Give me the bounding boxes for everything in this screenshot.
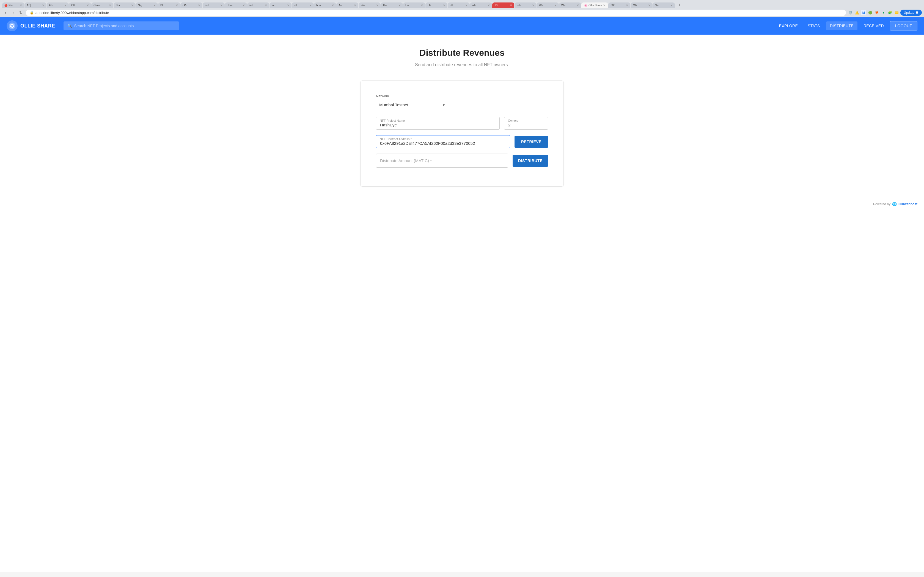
tab-close-icon[interactable]: ✕: [87, 4, 89, 7]
tab-blu[interactable]: Blu... ✕: [158, 2, 180, 8]
tab-eth[interactable]: Eth ✕: [47, 2, 69, 8]
tab-close-icon[interactable]: ✕: [65, 4, 66, 7]
svg-point-6: [13, 24, 14, 26]
ext-card-icon[interactable]: 💳: [894, 10, 899, 15]
tab-how[interactable]: how... ✕: [314, 2, 336, 8]
tab-000[interactable]: 000... ✕: [608, 2, 630, 8]
tab-ind2[interactable]: ind... ✕: [247, 2, 269, 8]
nft-project-name-input[interactable]: [376, 117, 500, 130]
tab-olli1[interactable]: Olli... ✕: [69, 2, 91, 8]
tab-close-icon[interactable]: ✕: [603, 4, 605, 7]
tab-ho[interactable]: Ho... ✕: [381, 2, 403, 8]
tab-close-icon[interactable]: ✕: [131, 4, 133, 7]
svg-point-2: [10, 26, 11, 27]
tab-close-icon[interactable]: ✕: [554, 4, 557, 7]
brave-shield-icon[interactable]: 🛡️: [848, 10, 853, 15]
tab-close-icon[interactable]: ✕: [153, 4, 156, 7]
svg-point-3: [13, 26, 14, 27]
tab-av[interactable]: Av... ✕: [336, 2, 358, 8]
tab-close-icon[interactable]: ✕: [220, 4, 223, 7]
nav-distribute[interactable]: DISTRIBUTE: [826, 21, 858, 30]
tab-rec[interactable]: 🔴 Rec... ✕: [2, 2, 24, 8]
tab-ind3[interactable]: ind... ✕: [270, 2, 291, 8]
owners-input[interactable]: [504, 117, 548, 130]
distribute-card: Network Mumbai Testnet Ethereum Mainnet …: [360, 81, 564, 187]
back-button[interactable]: ‹: [2, 9, 9, 16]
nav-explore[interactable]: EXPLORE: [775, 21, 801, 30]
tab-close-icon[interactable]: ✕: [354, 4, 356, 7]
tab-ind1[interactable]: ind... ✕: [203, 2, 225, 8]
network-section: Network Mumbai Testnet Ethereum Mainnet …: [376, 94, 548, 110]
tab-close-icon[interactable]: ✕: [577, 4, 579, 7]
tab-close-icon[interactable]: ✕: [287, 4, 289, 7]
new-tab-button[interactable]: +: [676, 2, 683, 8]
tab-close-icon[interactable]: ✕: [309, 4, 312, 7]
brand-logo: [6, 20, 18, 31]
tab-olli3[interactable]: olli... ✕: [425, 2, 447, 8]
tab-olli5[interactable]: olli... ✕: [470, 2, 492, 8]
ext-green-icon[interactable]: 🟢: [867, 10, 873, 15]
tab-we3[interactable]: We... ✕: [559, 2, 581, 8]
tab-cpri[interactable]: cPri... ✕: [180, 2, 202, 8]
forward-button[interactable]: ›: [10, 9, 16, 16]
tab-sig[interactable]: Sig... ✕: [136, 2, 158, 8]
tab-su[interactable]: Su... ✕: [653, 2, 675, 8]
tab-olli6[interactable]: Olli... ✕: [631, 2, 653, 8]
nft-contract-address-field: NFT Contract Address: [376, 135, 510, 148]
tab-close-icon[interactable]: ✕: [488, 4, 490, 7]
tab-close-icon[interactable]: ✕: [399, 4, 401, 7]
tab-olli2[interactable]: olli... ✕: [292, 2, 314, 8]
tab-10[interactable]: 10! ✕: [492, 2, 514, 8]
tab-ab[interactable]: AB| ✕: [24, 2, 47, 8]
tab-gme[interactable]: G me... ✕: [91, 2, 113, 8]
tab-close-icon[interactable]: ✕: [443, 4, 445, 7]
tab-we2[interactable]: We... ✕: [537, 2, 559, 8]
ext-fox-icon[interactable]: 🦊: [874, 10, 879, 15]
nav-links: EXPLORE STATS DISTRIBUTE RECEIVED LOGOUT: [775, 21, 918, 31]
tab-close-icon[interactable]: ✕: [109, 4, 111, 7]
tab-sur[interactable]: Sur... ✕: [113, 2, 136, 8]
logout-button[interactable]: LOGOUT: [890, 21, 918, 31]
page-title: Distribute Revenues: [304, 48, 620, 58]
retrieve-button[interactable]: RETRIEVE: [515, 136, 548, 148]
brand[interactable]: OLLIE SHARE: [6, 20, 55, 31]
tab-close-icon[interactable]: ✕: [42, 4, 44, 7]
nav-received[interactable]: RECEIVED: [859, 21, 888, 30]
tab-close-icon[interactable]: ✕: [510, 4, 512, 7]
tab-close-icon[interactable]: ✕: [176, 4, 178, 7]
tab-close-icon[interactable]: ✕: [332, 4, 334, 7]
tab-close-icon[interactable]: ✕: [198, 4, 200, 7]
distribute-amount-input[interactable]: [376, 153, 508, 168]
tab-close-icon[interactable]: ✕: [421, 4, 423, 7]
ext-puzzle-icon[interactable]: 🧩: [887, 10, 893, 15]
nft-contract-address-input[interactable]: [376, 135, 510, 148]
alert-icon[interactable]: ⚠️: [854, 10, 859, 15]
tab-htm[interactable]: .htm... ✕: [225, 2, 247, 8]
tab-ho2[interactable]: Ho... ✕: [403, 2, 425, 8]
tab-close-icon[interactable]: ✕: [20, 4, 22, 7]
distribute-amount-row: DISTRIBUTE: [376, 153, 548, 168]
tab-we[interactable]: We... ✕: [359, 2, 381, 8]
ext-m-icon[interactable]: M: [861, 10, 866, 15]
tab-close-icon[interactable]: ✕: [670, 4, 673, 7]
update-button[interactable]: Update ☰: [900, 10, 922, 16]
tab-close-icon[interactable]: ✕: [265, 4, 267, 7]
tab-ollie-share[interactable]: 🌸 Ollie Share ✕: [582, 2, 608, 8]
tab-close-icon[interactable]: ✕: [532, 4, 534, 7]
tab-inb[interactable]: Inb... ✕: [515, 2, 536, 8]
distribute-button[interactable]: DISTRIBUTE: [513, 155, 548, 167]
tab-olli4[interactable]: olli... ✕: [448, 2, 470, 8]
tab-close-icon[interactable]: ✕: [465, 4, 467, 7]
nav-stats[interactable]: STATS: [804, 21, 824, 30]
footer-logo-icon: 🌐: [892, 202, 897, 206]
network-select[interactable]: Mumbai Testnet Ethereum Mainnet Polygon …: [376, 100, 447, 110]
search-input[interactable]: [74, 24, 175, 28]
powered-by-text: Powered by: [873, 202, 890, 206]
tab-close-icon[interactable]: ✕: [648, 4, 650, 7]
tab-close-icon[interactable]: ✕: [242, 4, 245, 7]
hamburger-icon: ☰: [916, 11, 919, 15]
tab-close-icon[interactable]: ✕: [376, 4, 378, 7]
reload-button[interactable]: ↻: [18, 9, 24, 16]
ext-teal-icon[interactable]: ●: [880, 10, 886, 15]
tab-close-icon[interactable]: ✕: [626, 4, 628, 7]
